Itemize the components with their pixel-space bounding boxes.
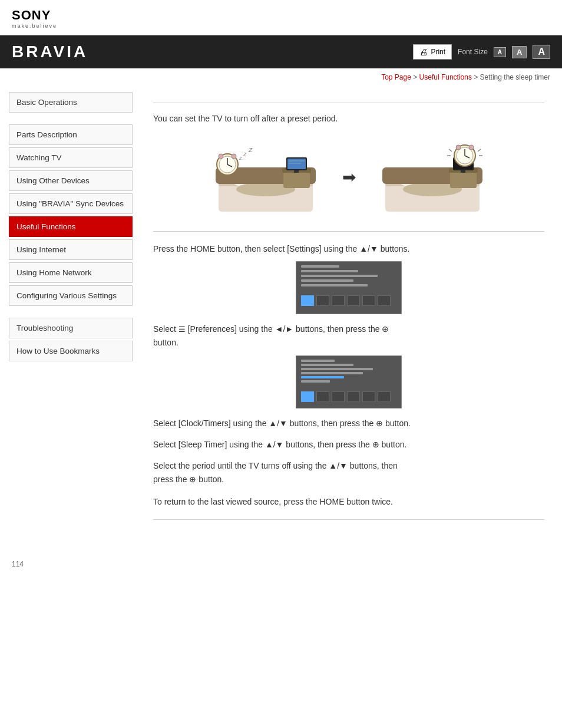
font-small-button[interactable]: A xyxy=(494,47,506,57)
svg-rect-8 xyxy=(287,159,306,169)
arrow-icon: ➡ xyxy=(342,167,356,187)
print-button[interactable]: 🖨 Print xyxy=(413,44,452,60)
top-divider xyxy=(153,103,544,103)
svg-text:z: z xyxy=(243,150,247,157)
print-label: Print xyxy=(431,48,445,56)
return-note: To return to the last viewed source, pre… xyxy=(153,495,544,508)
svg-line-39 xyxy=(478,149,481,151)
sidebar-item-useful-functions[interactable]: Useful Functions xyxy=(9,216,133,237)
svg-rect-11 xyxy=(294,170,299,173)
svg-text:z: z xyxy=(239,155,242,161)
bravia-title: BRAVIA xyxy=(12,42,88,61)
sony-tagline: make.believe xyxy=(12,23,550,29)
bravia-banner: BRAVIA 🖨 Print Font Size A A A xyxy=(0,35,562,68)
breadcrumb-useful-functions[interactable]: Useful Functions xyxy=(419,73,472,81)
menu-screenshot-2 xyxy=(296,355,402,409)
main-layout: Basic Operations Parts Description Watch… xyxy=(0,86,562,548)
step1-text: Press the HOME button, then select [Sett… xyxy=(153,242,544,255)
step2-mid: [Preferences] using the ◄/► buttons, the… xyxy=(188,324,389,334)
svg-rect-5 xyxy=(283,170,310,188)
font-medium-button[interactable]: A xyxy=(512,46,527,58)
page-number: 114 xyxy=(0,548,562,580)
sidebar-item-using-bravia-sync[interactable]: Using "BRAVIA" Sync Devices xyxy=(9,193,133,214)
font-size-label: Font Size xyxy=(458,48,488,56)
bottom-divider xyxy=(153,519,544,520)
menu-screenshot-1 xyxy=(296,261,402,314)
svg-rect-30 xyxy=(461,170,465,173)
sidebar-item-parts-description[interactable]: Parts Description xyxy=(9,124,133,145)
svg-rect-26 xyxy=(450,170,477,188)
step2-post: button. xyxy=(153,338,178,347)
mid-divider1 xyxy=(153,231,544,232)
sidebar-item-troubleshooting[interactable]: Troubleshooting xyxy=(9,318,133,338)
svg-point-16 xyxy=(219,154,223,159)
intro-text: You can set the TV to turn off after a p… xyxy=(153,114,544,123)
header: SONY make.believe xyxy=(0,0,562,35)
svg-point-36 xyxy=(469,145,474,150)
breadcrumb-sep1: > xyxy=(411,73,419,81)
svg-line-37 xyxy=(449,149,452,151)
breadcrumb-top-page[interactable]: Top Page xyxy=(381,73,411,81)
sidebar-item-using-other-devices[interactable]: Using Other Devices xyxy=(9,170,133,191)
sony-logo: SONY xyxy=(12,9,550,22)
step4-text: Select [Sleep Timer] using the ▲/▼ butto… xyxy=(153,438,544,451)
sidebar-item-using-home-network[interactable]: Using Home Network xyxy=(9,262,133,283)
sidebar-item-configuring-settings[interactable]: Configuring Various Settings xyxy=(9,285,133,306)
svg-point-35 xyxy=(456,145,461,150)
illustration-row: z z z ➡ xyxy=(153,135,544,219)
step2-text: Select ☰ [Preferences] using the ◄/► but… xyxy=(153,322,544,349)
sidebar-item-using-internet[interactable]: Using Internet xyxy=(9,239,133,260)
svg-point-17 xyxy=(232,154,236,159)
step2-icon: ☰ xyxy=(178,325,186,334)
print-icon: 🖨 xyxy=(419,47,428,57)
sidebar-item-basic-operations[interactable]: Basic Operations xyxy=(9,92,133,113)
sidebar-item-how-to-use-bookmarks[interactable]: How to Use Bookmarks xyxy=(9,341,133,361)
step3-text: Select [Clock/Timers] using the ▲/▼ butt… xyxy=(153,417,544,430)
step2-pre: Select xyxy=(153,324,176,334)
font-large-button[interactable]: A xyxy=(533,45,550,59)
sidebar: Basic Operations Parts Description Watch… xyxy=(0,86,141,548)
sidebar-item-watching-tv[interactable]: Watching TV xyxy=(9,147,133,168)
scene-on: z z z xyxy=(207,135,325,219)
breadcrumb-sep2: > Setting the sleep timer xyxy=(472,73,550,81)
content-area: You can set the TV to turn off after a p… xyxy=(141,86,562,548)
svg-text:z: z xyxy=(248,145,253,154)
banner-controls: 🖨 Print Font Size A A A xyxy=(413,44,550,60)
breadcrumb: Top Page > Useful Functions > Setting th… xyxy=(0,68,562,86)
scene-off xyxy=(373,135,491,219)
step5-text: Select the period until the TV turns off… xyxy=(153,459,544,486)
